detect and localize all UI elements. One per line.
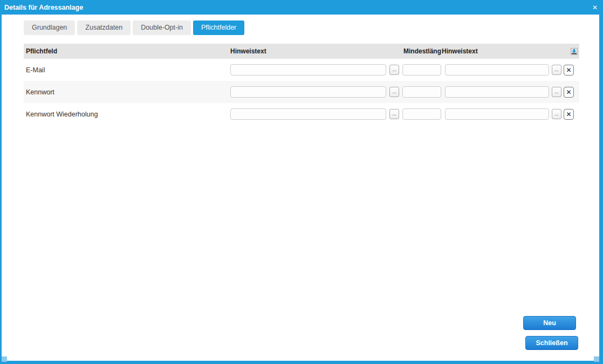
table-row: Kennwort ... ... ✕ — [24, 81, 579, 103]
mindestlaenge-input[interactable] — [402, 108, 441, 120]
delete-row-button[interactable]: ✕ — [564, 65, 574, 75]
mindestlaenge-input[interactable] — [402, 64, 441, 75]
tab-pflichtfelder[interactable]: Pflichtfelder — [193, 20, 244, 35]
browse-button[interactable]: ... — [389, 109, 399, 119]
resize-handle-left[interactable] — [2, 356, 7, 362]
browse-button[interactable]: ... — [552, 65, 561, 75]
import-icon[interactable] — [571, 48, 578, 55]
mindestlaenge-input[interactable] — [402, 86, 441, 98]
browse-button[interactable]: ... — [552, 87, 561, 97]
browse-button[interactable]: ... — [389, 65, 399, 75]
delete-row-button[interactable]: ✕ — [564, 87, 574, 98]
header-hinweistext-1: Hinweistext — [230, 47, 399, 55]
pflichtfeld-label: E-Mail — [24, 66, 230, 74]
hinweistext-input[interactable] — [230, 86, 386, 98]
close-icon[interactable]: ✕ — [592, 4, 598, 11]
tab-bar: Grundlagen Zusatzdaten Double-Opt-in Pfl… — [24, 20, 599, 35]
neu-button[interactable]: Neu — [523, 316, 576, 330]
pflichtfeld-label: Kennwort Wiederholung — [24, 111, 230, 118]
schliessen-button[interactable]: Schließen — [525, 336, 578, 350]
pflichtfeld-label: Kennwort — [24, 88, 230, 96]
table-row: Kennwort Wiederholung ... ... ✕ — [24, 103, 579, 125]
header-icon-cell — [568, 48, 579, 55]
hinweistext-input[interactable] — [230, 108, 386, 120]
dialog-titlebar: Details für Adressanlage ✕ — [0, 0, 603, 15]
hinweistext2-input[interactable] — [445, 108, 549, 120]
dialog-content: Grundlagen Zusatzdaten Double-Opt-in Pfl… — [0, 15, 603, 364]
tab-double-opt-in[interactable]: Double-Opt-in — [133, 20, 191, 35]
resize-handle-right[interactable] — [594, 356, 599, 362]
table-header-row: Pflichtfeld Hinweistext Mindestlänge Hin… — [24, 44, 579, 59]
hinweistext2-input[interactable] — [445, 64, 549, 75]
pflichtfelder-table: Pflichtfeld Hinweistext Mindestlänge Hin… — [24, 44, 579, 125]
dialog-footer: Neu Schließen — [523, 316, 578, 350]
header-hinweistext-2: Hinweistext — [441, 47, 568, 55]
browse-button[interactable]: ... — [389, 87, 399, 97]
tab-zusatzdaten[interactable]: Zusatzdaten — [77, 20, 131, 35]
header-pflichtfeld: Pflichtfeld — [24, 47, 230, 55]
browse-button[interactable]: ... — [552, 109, 561, 119]
delete-row-button[interactable]: ✕ — [564, 109, 574, 120]
tab-grundlagen[interactable]: Grundlagen — [24, 20, 75, 35]
details-adressanlage-dialog: Details für Adressanlage ✕ Grundlagen Zu… — [0, 0, 603, 364]
dialog-title: Details für Adressanlage — [4, 4, 83, 11]
header-mindestlaenge: Mindestlänge — [399, 47, 441, 55]
hinweistext2-input[interactable] — [445, 86, 549, 98]
table-row: E-Mail ... ... ✕ — [24, 59, 579, 81]
hinweistext-input[interactable] — [230, 64, 386, 75]
